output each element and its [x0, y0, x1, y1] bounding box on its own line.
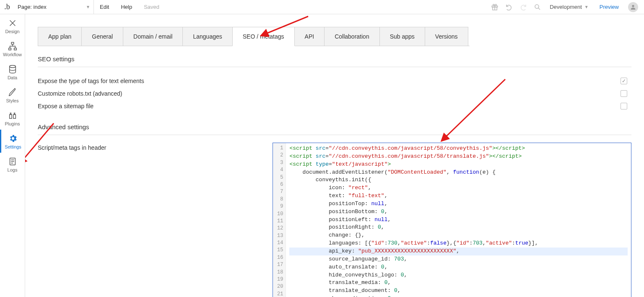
tab-general[interactable]: General	[81, 27, 123, 46]
edit-menu[interactable]: Edit	[94, 0, 115, 14]
svg-point-3	[632, 5, 634, 7]
sidebar-item-label: Settings	[5, 144, 21, 149]
svg-rect-8	[9, 115, 12, 118]
code-content[interactable]: <script src="//cdn.conveythis.com/javasc…	[286, 143, 631, 297]
header-script-editor[interactable]: 123456789101112131415161718192021 <scrip…	[273, 143, 631, 297]
chevron-down-icon: ▼	[86, 5, 90, 9]
tab-label: SEO / metatags	[243, 33, 284, 40]
sidebar: Design Workflow Data Styles Plugins Sett…	[0, 14, 25, 297]
tab-label: Languages	[193, 33, 222, 40]
sidebar-item-label: Plugins	[5, 121, 20, 126]
chevron-down-icon: ▼	[584, 5, 589, 9]
sidebar-item-label: Logs	[8, 167, 18, 172]
svg-point-7	[9, 65, 16, 68]
header-script-label: Script/meta tags in header	[38, 143, 273, 151]
page-selector-label: Page: index	[18, 4, 47, 10]
tab-label: Sub apps	[390, 33, 415, 40]
svg-rect-6	[14, 48, 16, 50]
svg-rect-9	[13, 115, 16, 118]
saved-status: Saved	[138, 0, 165, 14]
tab-label: App plan	[48, 33, 71, 40]
sitemap-label: Expose a sitemap file	[38, 103, 273, 109]
sidebar-item-design[interactable]: Design	[0, 14, 25, 37]
sidebar-item-data[interactable]: Data	[0, 60, 25, 83]
svg-rect-4	[11, 42, 14, 44]
robots-label: Customize robots.txt (advanced)	[38, 90, 273, 97]
robots-checkbox[interactable]	[621, 90, 627, 97]
sidebar-item-logs[interactable]: Logs	[0, 153, 25, 176]
tab-seo-metatags[interactable]: SEO / metatags	[232, 27, 295, 46]
settings-tabs: App plan General Domain / email Language…	[38, 27, 470, 46]
tab-label: Versions	[435, 33, 458, 40]
sidebar-item-label: Design	[5, 29, 19, 34]
tab-collaboration[interactable]: Collaboration	[324, 27, 380, 46]
gift-icon[interactable]	[488, 0, 502, 14]
search-icon[interactable]	[530, 0, 545, 14]
sitemap-checkbox[interactable]	[621, 103, 627, 109]
tab-sub-apps[interactable]: Sub apps	[379, 27, 425, 46]
user-avatar[interactable]	[628, 2, 638, 12]
tab-label: Domain / email	[133, 33, 172, 40]
seo-settings-title: SEO settings	[38, 55, 631, 63]
expose-tags-label: Expose the type of tags for text element…	[38, 78, 273, 84]
tab-label: API	[305, 33, 314, 40]
tab-domain-email[interactable]: Domain / email	[123, 27, 183, 46]
tab-api[interactable]: API	[294, 27, 325, 46]
bubble-logo: .b	[3, 3, 12, 12]
tab-label: General	[92, 33, 113, 40]
environment-label: Development	[550, 4, 582, 10]
undo-icon[interactable]	[502, 0, 516, 14]
svg-rect-5	[8, 48, 11, 50]
page-selector[interactable]: Page: index ▼	[14, 0, 94, 14]
sidebar-item-plugins[interactable]: Plugins	[0, 107, 25, 130]
help-menu[interactable]: Help	[115, 0, 138, 14]
sidebar-item-styles[interactable]: Styles	[0, 83, 25, 107]
advanced-settings-title: Advanced settings	[38, 123, 631, 130]
topbar: .b Page: index ▼ Edit Help Saved Develop…	[0, 0, 644, 14]
sidebar-item-label: Data	[8, 75, 17, 80]
environment-selector[interactable]: Development ▼	[545, 0, 594, 14]
tab-label: Collaboration	[335, 33, 369, 40]
content-area: App plan General Domain / email Language…	[25, 14, 644, 297]
expose-tags-checkbox[interactable]	[621, 78, 627, 84]
tab-versions[interactable]: Versions	[425, 27, 468, 46]
tab-languages[interactable]: Languages	[182, 27, 232, 46]
preview-link[interactable]: Preview	[594, 4, 625, 10]
sidebar-item-label: Styles	[6, 98, 19, 103]
sidebar-item-workflow[interactable]: Workflow	[0, 37, 25, 60]
tab-app-plan[interactable]: App plan	[38, 27, 82, 46]
sidebar-item-settings[interactable]: Settings	[0, 130, 25, 153]
redo-icon[interactable]	[516, 0, 530, 14]
line-gutter: 123456789101112131415161718192021	[273, 143, 286, 297]
sidebar-item-label: Workflow	[3, 52, 22, 57]
